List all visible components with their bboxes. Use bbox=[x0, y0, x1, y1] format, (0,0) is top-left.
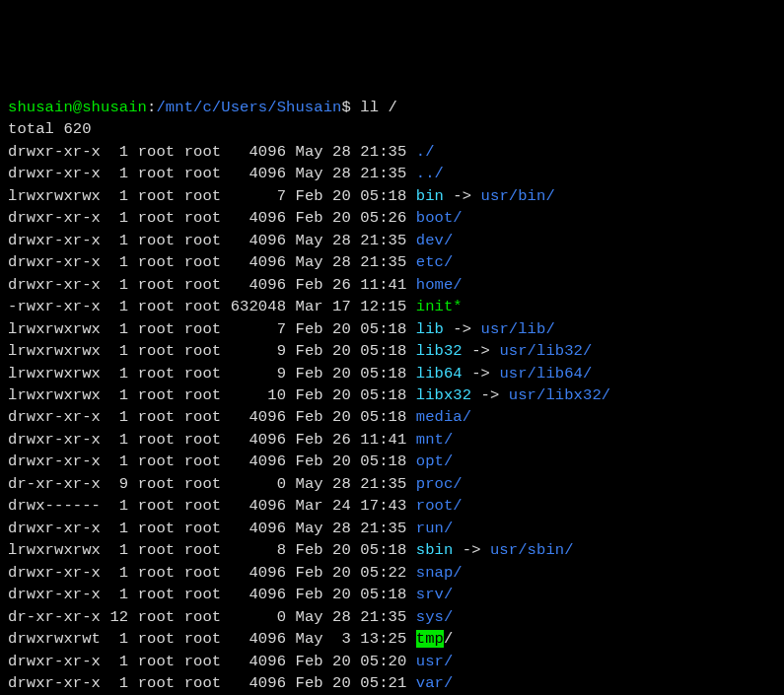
time: 05:18 bbox=[360, 452, 406, 470]
owner: root bbox=[138, 143, 184, 161]
file-name: var/ bbox=[416, 674, 454, 692]
day: 28 bbox=[332, 520, 351, 537]
file-name: srv/ bbox=[416, 586, 454, 603]
nlinks: 1 bbox=[101, 298, 128, 315]
time: 13:25 bbox=[360, 630, 406, 648]
nlinks: 1 bbox=[101, 232, 128, 249]
owner: root bbox=[138, 232, 184, 249]
size: 4096 bbox=[221, 253, 286, 271]
month: May bbox=[295, 165, 322, 182]
nlinks: 1 bbox=[101, 253, 128, 271]
group: root bbox=[184, 497, 222, 515]
day: 24 bbox=[332, 497, 351, 515]
month: Feb bbox=[295, 342, 322, 360]
symlink-target: usr/sbin/ bbox=[490, 541, 574, 559]
symlink-target: usr/lib32/ bbox=[499, 342, 592, 360]
time: 21:35 bbox=[360, 165, 406, 182]
day: 28 bbox=[332, 608, 351, 626]
listing-row: lrwxrwxrwx 1 root root 7 Feb 20 05:18 bi… bbox=[8, 185, 776, 207]
size: 10 bbox=[221, 386, 286, 404]
day: 3 bbox=[332, 630, 351, 648]
group: root bbox=[184, 653, 222, 670]
terminal-output[interactable]: shusain@shusain:/mnt/c/Users/Shusain$ ll… bbox=[8, 97, 776, 695]
perms: lrwxrwxrwx bbox=[8, 320, 101, 338]
size: 4096 bbox=[221, 232, 286, 249]
group: root bbox=[184, 431, 222, 449]
time: 05:18 bbox=[360, 342, 406, 360]
file-name: etc/ bbox=[416, 253, 454, 271]
perms: drwxr-xr-x bbox=[8, 253, 101, 271]
month: May bbox=[295, 143, 322, 161]
perms: drwxr-xr-x bbox=[8, 452, 101, 470]
month: Feb bbox=[295, 408, 322, 426]
time: 05:22 bbox=[360, 564, 406, 582]
time: 21:35 bbox=[360, 475, 406, 493]
file-name: proc/ bbox=[416, 475, 463, 493]
size: 4096 bbox=[221, 165, 286, 182]
symlink-target: usr/bin/ bbox=[481, 187, 555, 205]
nlinks: 1 bbox=[101, 630, 128, 648]
owner: root bbox=[138, 187, 184, 205]
group: root bbox=[184, 165, 222, 182]
group: root bbox=[184, 608, 222, 626]
owner: root bbox=[138, 541, 184, 559]
month: Feb bbox=[295, 386, 322, 404]
perms: drwxr-xr-x bbox=[8, 165, 101, 182]
perms: drwxr-xr-x bbox=[8, 653, 101, 670]
cwd: /mnt/c/Users/Shusain bbox=[156, 99, 341, 116]
file-name: lib bbox=[416, 320, 444, 338]
nlinks: 1 bbox=[101, 209, 128, 227]
listing-row: dr-xr-xr-x 9 root root 0 May 28 21:35 pr… bbox=[8, 473, 776, 495]
time: 05:18 bbox=[360, 187, 406, 205]
size: 4096 bbox=[221, 497, 286, 515]
time: 12:15 bbox=[360, 298, 406, 315]
time: 11:41 bbox=[360, 276, 406, 294]
day: 28 bbox=[332, 232, 351, 249]
time: 05:18 bbox=[360, 365, 406, 382]
file-name: snap/ bbox=[416, 564, 463, 582]
month: Feb bbox=[295, 187, 322, 205]
nlinks: 1 bbox=[101, 386, 128, 404]
symlink-arrow: -> bbox=[453, 541, 490, 559]
listing-row: drwxr-xr-x 1 root root 4096 May 28 21:35… bbox=[8, 518, 776, 539]
size: 4096 bbox=[221, 586, 286, 603]
file-name: dev/ bbox=[416, 232, 454, 249]
month: Feb bbox=[295, 276, 322, 294]
nlinks: 1 bbox=[101, 674, 128, 692]
size: 4096 bbox=[221, 276, 286, 294]
owner: root bbox=[138, 209, 184, 227]
day: 20 bbox=[332, 320, 351, 338]
day: 28 bbox=[332, 143, 351, 161]
group: root bbox=[184, 630, 222, 648]
group: root bbox=[184, 408, 222, 426]
day: 20 bbox=[332, 365, 351, 382]
size: 9 bbox=[221, 365, 286, 382]
day: 20 bbox=[332, 342, 351, 360]
user-host: shusain@shusain bbox=[8, 99, 147, 116]
group: root bbox=[184, 342, 222, 360]
month: Feb bbox=[295, 431, 322, 449]
symlink-arrow: -> bbox=[471, 386, 509, 404]
month: Feb bbox=[295, 674, 322, 692]
symlink-arrow: -> bbox=[463, 342, 500, 360]
file-name: home/ bbox=[416, 276, 463, 294]
owner: root bbox=[138, 586, 184, 603]
command-text: ll / bbox=[360, 99, 397, 116]
perms: drwxr-xr-x bbox=[8, 674, 101, 692]
size: 4096 bbox=[221, 653, 286, 670]
time: 05:26 bbox=[360, 209, 406, 227]
nlinks: 9 bbox=[101, 475, 128, 493]
listing-row: -rwxr-xr-x 1 root root 632048 Mar 17 12:… bbox=[8, 296, 776, 317]
symlink-arrow: -> bbox=[444, 320, 481, 338]
size: 4096 bbox=[221, 630, 286, 648]
nlinks: 1 bbox=[101, 408, 128, 426]
day: 28 bbox=[332, 475, 351, 493]
perms: drwxr-xr-x bbox=[8, 209, 101, 227]
perms: drwxrwxrwt bbox=[8, 630, 101, 648]
group: root bbox=[184, 253, 222, 271]
file-name: media/ bbox=[416, 408, 471, 426]
month: Mar bbox=[295, 298, 322, 315]
owner: root bbox=[138, 564, 184, 582]
day: 26 bbox=[332, 276, 351, 294]
month: Feb bbox=[295, 586, 322, 603]
